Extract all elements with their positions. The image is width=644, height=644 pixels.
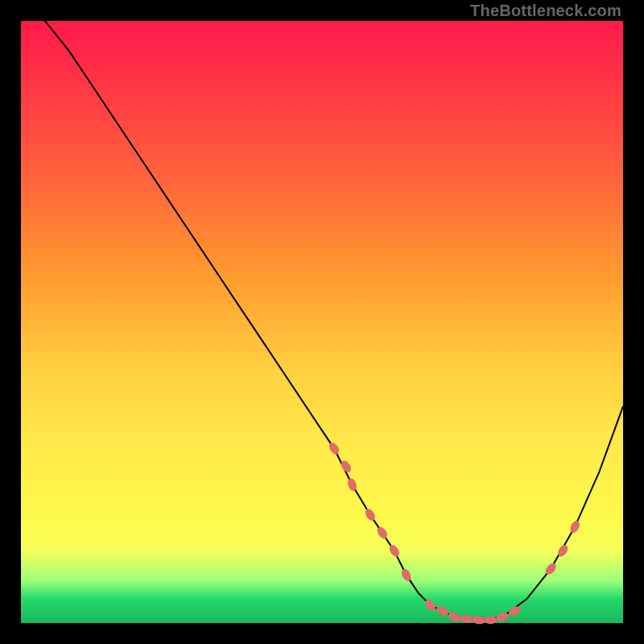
marker-point — [363, 507, 377, 522]
attribution-text: TheBottleneck.com — [470, 2, 621, 20]
marker-point — [400, 568, 413, 583]
marker-point — [346, 477, 358, 492]
highlight-markers — [327, 441, 581, 625]
marker-point — [460, 614, 473, 624]
marker-point — [387, 543, 401, 559]
chart-container: TheBottleneck.com — [0, 0, 644, 644]
marker-point — [484, 616, 497, 624]
curve-svg — [21, 21, 623, 623]
bottleneck-curve — [21, 0, 623, 620]
marker-point — [447, 610, 462, 623]
marker-point — [472, 616, 485, 625]
marker-point — [568, 519, 581, 535]
marker-point — [327, 441, 341, 456]
marker-point — [435, 605, 450, 617]
plot-area — [21, 21, 623, 623]
marker-point — [375, 525, 389, 540]
marker-point — [507, 605, 522, 617]
